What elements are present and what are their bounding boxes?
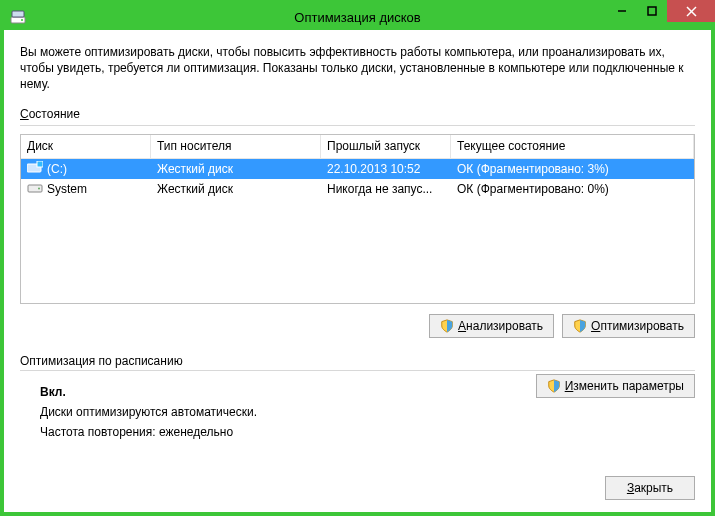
- drives-list[interactable]: Диск Тип носителя Прошлый запуск Текущее…: [20, 134, 695, 304]
- drive-icon: [27, 161, 43, 176]
- svg-point-2: [21, 19, 23, 21]
- col-disk[interactable]: Диск: [21, 135, 151, 158]
- drive-row[interactable]: (C:) Жесткий диск 22.10.2013 10:52 ОК (Ф…: [21, 159, 694, 179]
- drive-last-run: 22.10.2013 10:52: [321, 162, 451, 176]
- drive-state: ОК (Фрагментировано: 0%): [451, 182, 694, 196]
- window-controls: [607, 0, 715, 22]
- optimize-button[interactable]: Оптимизировать: [562, 314, 695, 338]
- svg-rect-4: [648, 7, 656, 15]
- drive-row[interactable]: System Жесткий диск Никогда не запус... …: [21, 179, 694, 199]
- window-title: Оптимизация дисков: [4, 10, 711, 25]
- client-area: Вы можете оптимизировать диски, чтобы по…: [4, 30, 711, 512]
- col-last-run[interactable]: Прошлый запуск: [321, 135, 451, 158]
- action-buttons-row: Анализировать Оптимизировать: [20, 314, 695, 338]
- titlebar[interactable]: Оптимизация дисков: [4, 4, 711, 30]
- change-settings-button[interactable]: Изменить параметры: [536, 374, 695, 398]
- divider: [20, 370, 695, 371]
- minimize-button[interactable]: [607, 0, 637, 22]
- schedule-frequency: Частота повторения: еженедельно: [40, 425, 695, 439]
- drive-icon: [27, 181, 43, 196]
- list-header[interactable]: Диск Тип носителя Прошлый запуск Текущее…: [21, 135, 694, 159]
- col-current-state[interactable]: Текущее состояние: [451, 135, 694, 158]
- maximize-button[interactable]: [637, 0, 667, 22]
- drive-last-run: Никогда не запус...: [321, 182, 451, 196]
- schedule-label: Оптимизация по расписанию: [20, 354, 695, 368]
- drive-media: Жесткий диск: [151, 182, 321, 196]
- divider: [20, 125, 695, 126]
- analyze-button[interactable]: Анализировать: [429, 314, 554, 338]
- state-group-label: Состояние: [20, 107, 695, 121]
- col-media-type[interactable]: Тип носителя: [151, 135, 321, 158]
- app-icon: [10, 9, 26, 25]
- shield-icon: [547, 379, 561, 393]
- shield-icon: [573, 319, 587, 333]
- footer: Закрыть: [20, 468, 695, 500]
- close-button[interactable]: [667, 0, 715, 22]
- window-frame: Оптимизация дисков Вы можете оптимизиров…: [0, 0, 715, 516]
- svg-rect-1: [12, 11, 24, 17]
- drive-name: (C:): [47, 162, 67, 176]
- shield-icon: [440, 319, 454, 333]
- drive-state: ОК (Фрагментировано: 3%): [451, 162, 694, 176]
- svg-point-10: [38, 188, 40, 190]
- close-dialog-button[interactable]: Закрыть: [605, 476, 695, 500]
- description-text: Вы можете оптимизировать диски, чтобы по…: [20, 44, 695, 93]
- svg-rect-8: [37, 161, 43, 167]
- drive-media: Жесткий диск: [151, 162, 321, 176]
- drive-name: System: [47, 182, 87, 196]
- schedule-auto-text: Диски оптимизируются автоматически.: [40, 405, 695, 419]
- schedule-section: Оптимизация по расписанию Вкл. Диски опт…: [20, 354, 695, 445]
